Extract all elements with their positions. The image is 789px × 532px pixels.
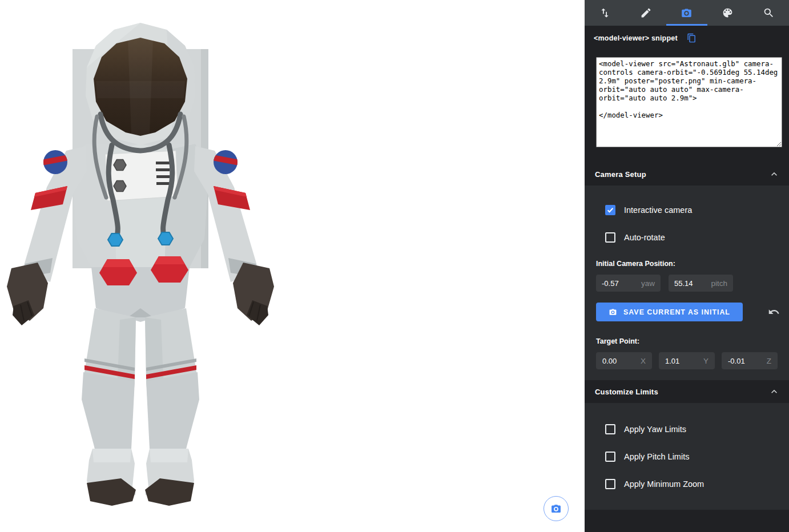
copy-snippet-button[interactable] [687, 33, 697, 43]
pitch-field[interactable]: pitch [669, 275, 733, 292]
tab-import-export[interactable] [585, 0, 626, 26]
import-export-icon [599, 7, 611, 19]
yaw-suffix-label: yaw [641, 279, 655, 288]
undo-button[interactable] [768, 306, 780, 318]
z-suffix-label: Z [767, 357, 771, 365]
palette-icon [722, 7, 734, 19]
panel-footer [585, 510, 789, 532]
camera-settings-panel: <model-viewer> snippet <model-viewer src… [585, 0, 789, 532]
search-icon [763, 7, 775, 19]
interactive-camera-checkbox[interactable] [605, 205, 615, 215]
target-x-field[interactable]: X [596, 352, 652, 369]
panel-toolbar [585, 0, 789, 26]
apply-minimum-zoom-checkbox[interactable] [605, 479, 615, 489]
target-z-field[interactable]: Z [722, 352, 778, 369]
save-row: SAVE CURRENT AS INITIAL [596, 303, 780, 321]
customize-limits-section: Apply Yaw Limits Apply Pitch Limits Appl… [585, 403, 789, 510]
section-title: Customize Limits [595, 388, 658, 396]
section-header-camera-setup[interactable]: Camera Setup [585, 163, 789, 186]
interactive-camera-checkbox-row[interactable]: Interactive camera [605, 205, 789, 215]
save-button-label: SAVE CURRENT AS INITIAL [623, 308, 730, 316]
target-y-field[interactable]: Y [659, 352, 715, 369]
apply-minimum-zoom-checkbox-row[interactable]: Apply Minimum Zoom [605, 479, 789, 489]
tab-palette[interactable] [707, 0, 748, 26]
checkbox-label: Apply Yaw Limits [624, 425, 686, 434]
x-suffix-label: X [641, 357, 646, 365]
auto-rotate-checkbox[interactable] [605, 232, 615, 243]
edit-icon [640, 7, 652, 19]
checkbox-label: Apply Pitch Limits [624, 452, 689, 461]
checkbox-label: Apply Minimum Zoom [624, 479, 704, 489]
target-y-input[interactable] [665, 357, 696, 365]
camera-icon [681, 7, 693, 19]
undo-icon [768, 306, 780, 318]
section-header-customize-limits[interactable]: Customize Limits [585, 380, 789, 403]
camera-icon [609, 308, 617, 316]
target-point-fields: X Y Z [596, 352, 789, 369]
tab-edit[interactable] [626, 0, 667, 26]
auto-rotate-checkbox-row[interactable]: Auto-rotate [605, 232, 789, 243]
checkbox-label: Interactive camera [624, 205, 692, 215]
snippet-header: <model-viewer> snippet [585, 26, 789, 43]
apply-pitch-limits-checkbox-row[interactable]: Apply Pitch Limits [605, 452, 789, 462]
section-title: Camera Setup [595, 170, 646, 179]
initial-camera-position-label: Initial Camera Position: [596, 260, 789, 268]
apply-yaw-limits-checkbox-row[interactable]: Apply Yaw Limits [605, 424, 789, 434]
copy-icon [687, 33, 697, 43]
model-viewer-editor: <model-viewer> snippet <model-viewer src… [0, 0, 789, 532]
target-point-label: Target Point: [596, 337, 789, 345]
snippet-title: <model-viewer> snippet [594, 34, 678, 42]
snippet-code-textarea[interactable]: <model-viewer src="Astronaut.glb" camera… [596, 57, 782, 147]
capture-camera-button[interactable] [544, 496, 569, 521]
tab-camera[interactable] [666, 0, 707, 26]
save-current-as-initial-button[interactable]: SAVE CURRENT AS INITIAL [596, 303, 743, 321]
checkbox-label: Auto-rotate [624, 233, 665, 242]
apply-pitch-limits-checkbox[interactable] [605, 452, 615, 462]
astronaut-model [0, 0, 292, 532]
model-viewer-canvas[interactable] [0, 0, 585, 532]
target-z-input[interactable] [728, 357, 759, 365]
chevron-up-icon [768, 168, 780, 180]
pitch-input[interactable] [674, 279, 705, 288]
camera-setup-section: Interactive camera Auto-rotate Initial C… [585, 186, 789, 380]
yaw-input[interactable] [602, 279, 633, 288]
target-x-input[interactable] [602, 357, 633, 365]
chevron-up-icon [768, 386, 780, 397]
camera-icon [550, 503, 562, 514]
yaw-field[interactable]: yaw [596, 275, 661, 292]
tab-search[interactable] [748, 0, 789, 26]
pitch-suffix-label: pitch [711, 279, 727, 288]
apply-yaw-limits-checkbox[interactable] [605, 424, 615, 434]
check-icon [606, 206, 614, 214]
initial-position-fields: yaw pitch [596, 275, 789, 292]
y-suffix-label: Y [703, 357, 709, 365]
